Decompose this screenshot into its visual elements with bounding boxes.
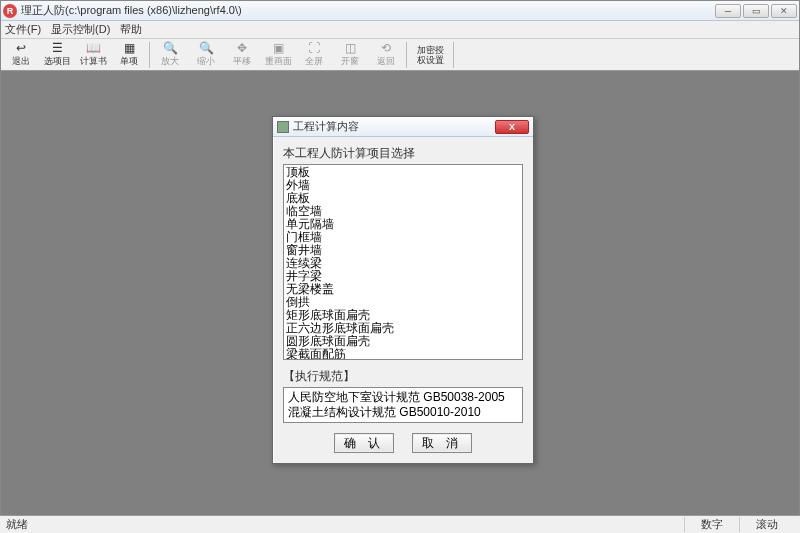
- exit-icon: ↩: [13, 41, 29, 55]
- spec-item[interactable]: 混凝土结构设计规范 GB50010-2010: [288, 405, 518, 420]
- list-item[interactable]: 梁截面配筋: [286, 348, 520, 360]
- maximize-button[interactable]: ▭: [743, 4, 769, 18]
- tb-select[interactable]: ☰选项目: [39, 40, 75, 70]
- list-item[interactable]: 无梁楼盖: [286, 283, 520, 296]
- menubar: 文件(F) 显示控制(D) 帮助: [1, 21, 799, 39]
- pan-icon: ✥: [234, 41, 250, 55]
- tb-pan[interactable]: ✥平移: [224, 40, 260, 70]
- redraw-icon: ▣: [270, 41, 286, 55]
- tb-full[interactable]: ⛶全屏: [296, 40, 332, 70]
- zoomout-icon: 🔍: [198, 41, 214, 55]
- dialog-body: 本工程人防计算项目选择 顶板外墙底板临空墙单元隔墙门框墙窗井墙连续梁井字梁无梁楼…: [273, 137, 533, 463]
- dialog-label: 本工程人防计算项目选择: [283, 145, 523, 162]
- tb-single[interactable]: ▦单项: [111, 40, 147, 70]
- spec-label: 【执行规范】: [283, 368, 523, 385]
- spec-listbox[interactable]: 人民防空地下室设计规范 GB50038-2005混凝土结构设计规范 GB5001…: [283, 387, 523, 423]
- app-icon: R: [3, 4, 17, 18]
- toolbar-separator: [149, 42, 150, 68]
- menu-help[interactable]: 帮助: [120, 22, 142, 37]
- cancel-button[interactable]: 取 消: [412, 433, 472, 453]
- toolbar-separator: [406, 42, 407, 68]
- tb-license[interactable]: 加密授 权设置: [409, 40, 451, 70]
- dialog-icon: [277, 121, 289, 133]
- tb-zoomout[interactable]: 🔍缩小: [188, 40, 224, 70]
- dialog-title: 工程计算内容: [293, 119, 495, 134]
- tb-catalog[interactable]: 📖计算书: [75, 40, 111, 70]
- spec-item[interactable]: 人民防空地下室设计规范 GB50038-2005: [288, 390, 518, 405]
- options-listbox[interactable]: 顶板外墙底板临空墙单元隔墙门框墙窗井墙连续梁井字梁无梁楼盖倒拱矩形底球面扁壳正六…: [283, 164, 523, 360]
- tb-win[interactable]: ◫开窗: [332, 40, 368, 70]
- toolbar-separator: [453, 42, 454, 68]
- dialog-titlebar: 工程计算内容 X: [273, 117, 533, 137]
- minimize-button[interactable]: ─: [715, 4, 741, 18]
- catalog-icon: 📖: [85, 41, 101, 55]
- status-num: 数字: [684, 517, 739, 532]
- dialog-close-button[interactable]: X: [495, 120, 529, 134]
- status-ready: 就绪: [6, 517, 28, 532]
- status-scroll: 滚动: [739, 517, 794, 532]
- window-title: 理正人防(c:\program files (x86)\lizheng\rf4.…: [21, 3, 715, 18]
- list-item[interactable]: 顶板: [286, 166, 520, 179]
- main-titlebar: R 理正人防(c:\program files (x86)\lizheng\rf…: [1, 1, 799, 21]
- workarea: 工程计算内容 X 本工程人防计算项目选择 顶板外墙底板临空墙单元隔墙门框墙窗井墙…: [1, 71, 799, 516]
- ok-button[interactable]: 确 认: [334, 433, 394, 453]
- tb-exit[interactable]: ↩退出: [3, 40, 39, 70]
- return-icon: ⟲: [378, 41, 394, 55]
- window-icon: ◫: [342, 41, 358, 55]
- full-icon: ⛶: [306, 41, 322, 55]
- single-icon: ▦: [121, 41, 137, 55]
- zoomin-icon: 🔍: [162, 41, 178, 55]
- statusbar: 就绪 数字 滚动: [0, 515, 800, 533]
- dialog-project-calc: 工程计算内容 X 本工程人防计算项目选择 顶板外墙底板临空墙单元隔墙门框墙窗井墙…: [272, 116, 534, 464]
- select-icon: ☰: [49, 41, 65, 55]
- tb-redraw[interactable]: ▣重画面: [260, 40, 296, 70]
- close-button[interactable]: ✕: [771, 4, 797, 18]
- menu-file[interactable]: 文件(F): [5, 22, 41, 37]
- list-item[interactable]: 外墙: [286, 179, 520, 192]
- toolbar: ↩退出 ☰选项目 📖计算书 ▦单项 🔍放大 🔍缩小 ✥平移 ▣重画面 ⛶全屏 ◫…: [1, 39, 799, 71]
- tb-zoomin[interactable]: 🔍放大: [152, 40, 188, 70]
- tb-return[interactable]: ⟲返回: [368, 40, 404, 70]
- menu-view[interactable]: 显示控制(D): [51, 22, 110, 37]
